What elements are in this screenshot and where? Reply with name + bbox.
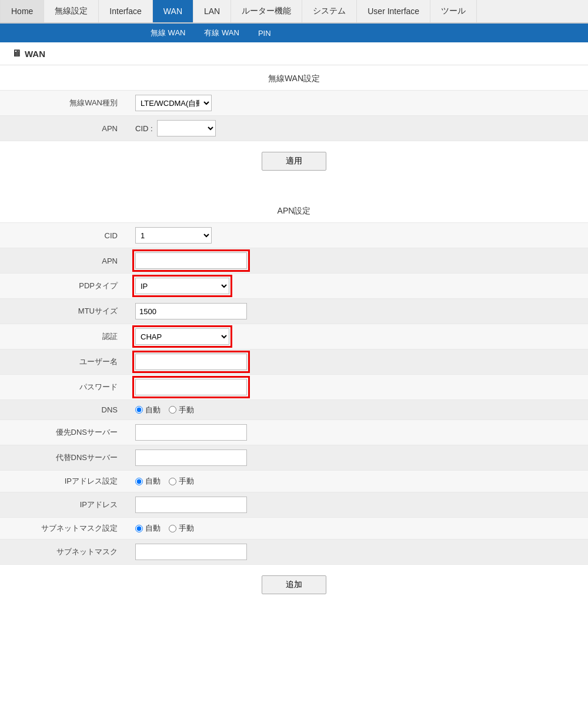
ip-manual-label[interactable]: 手動 [169, 476, 194, 487]
apn-ip-setting-value: 自動 手動 [129, 471, 588, 492]
apn-secondary-dns-value [129, 445, 588, 471]
apn-cid-select[interactable]: 1 [135, 227, 212, 244]
apn-mtu-label: MTUサイズ [0, 299, 129, 324]
apn-secondary-dns-label: 代替DNSサーバー [0, 445, 129, 471]
nav-home[interactable]: Home [0, 0, 44, 22]
nav-wireless[interactable]: 無線設定 [44, 0, 99, 22]
nav-tools[interactable]: ツール [430, 0, 477, 22]
dns-auto-text: 自動 [145, 405, 161, 415]
section2-title: APN設定 [0, 198, 588, 222]
nav-system[interactable]: システム [302, 0, 357, 22]
subnet-manual-text: 手動 [179, 523, 194, 534]
apn-secondary-dns-input[interactable] [135, 449, 247, 466]
apn-pdp-label: PDPタイプ [0, 274, 129, 299]
apn-mtu-value [129, 299, 588, 324]
apn-apn-input[interactable] [135, 252, 247, 269]
apply-button[interactable]: 適用 [262, 152, 326, 171]
subnet-manual-label[interactable]: 手動 [169, 523, 194, 534]
apn-secondary-dns-row: 代替DNSサーバー [0, 445, 588, 471]
section1-title: 無線WAN設定 [0, 65, 588, 90]
wan-type-select[interactable]: LTE/WCDMA(自動) [135, 95, 212, 111]
apn-auth-label: 認証 [0, 324, 129, 349]
ip-manual-radio[interactable] [169, 478, 176, 485]
monitor-icon: 🖥 [12, 48, 21, 59]
apn-mtu-row: MTUサイズ [0, 299, 588, 324]
dns-radio-group: 自動 手動 [135, 405, 582, 415]
apn-apn-label: APN [0, 248, 129, 274]
page-header: 🖥 WAN [0, 42, 588, 65]
cid-text: CID : [135, 124, 153, 133]
apn-auth-select[interactable]: CHAP [135, 328, 229, 345]
dns-auto-radio[interactable] [135, 406, 143, 414]
top-nav: Home 無線設定 Interface WAN LAN ルーター機能 システム … [0, 0, 588, 24]
apn-subnet-input[interactable] [135, 544, 247, 560]
wan-settings-table: 無線WAN種別 LTE/WCDMA(自動) APN CID : [0, 90, 588, 141]
ip-auto-label[interactable]: 自動 [135, 476, 161, 487]
ip-manual-text: 手動 [179, 476, 194, 487]
apn-ip-setting-row: IPアドレス設定 自動 手動 [0, 471, 588, 492]
apn-ip-row: IPアドレス [0, 492, 588, 518]
wan-cid-select[interactable] [157, 120, 216, 136]
apn-subnet-setting-label: サブネットマスク設定 [0, 518, 129, 540]
subnet-auto-text: 自動 [145, 523, 161, 534]
subnet-auto-label[interactable]: 自動 [135, 523, 161, 534]
apn-cid-value: 1 [129, 223, 588, 248]
subnav-wired-wan[interactable]: 有線 WAN [195, 24, 248, 42]
apn-ip-label: IPアドレス [0, 492, 129, 518]
apn-primary-dns-value [129, 420, 588, 445]
apn-subnet-label: サブネットマスク [0, 540, 129, 565]
apn-cid-label: CID [0, 223, 129, 248]
content-area: 無線WAN設定 無線WAN種別 LTE/WCDMA(自動) APN CID : … [0, 65, 588, 630]
nav-interface[interactable]: Interface [99, 0, 152, 22]
nav-user-interface[interactable]: User Interface [357, 0, 430, 22]
apn-subnet-value [129, 540, 588, 565]
sub-nav: 無線 WAN 有線 WAN PIN [0, 24, 588, 42]
add-button-area: 追加 [0, 565, 588, 612]
dns-manual-label[interactable]: 手動 [169, 405, 194, 415]
apn-username-input[interactable] [135, 354, 247, 370]
apn-primary-dns-input[interactable] [135, 424, 247, 441]
dns-auto-label[interactable]: 自動 [135, 405, 161, 415]
apn-ip-setting-label: IPアドレス設定 [0, 471, 129, 492]
wan-apn-row: APN CID : [0, 116, 588, 141]
apn-subnet-setting-value: 自動 手動 [129, 518, 588, 540]
apn-auth-value: CHAP [129, 324, 588, 349]
apn-cid-row: CID 1 [0, 223, 588, 248]
apn-pdp-select[interactable]: IP [135, 278, 229, 294]
add-button[interactable]: 追加 [262, 575, 326, 594]
apn-dns-value: 自動 手動 [129, 400, 588, 420]
subnet-auto-radio[interactable] [135, 525, 143, 532]
apn-password-label: パスワード [0, 375, 129, 400]
nav-router[interactable]: ルーター機能 [231, 0, 302, 22]
apn-subnet-setting-row: サブネットマスク設定 自動 手動 [0, 518, 588, 540]
apn-ip-input[interactable] [135, 497, 247, 513]
apn-settings-table: CID 1 APN PDPタイプ IP MTUサイズ [0, 222, 588, 565]
ip-auto-text: 自動 [145, 476, 161, 487]
wan-type-row: 無線WAN種別 LTE/WCDMA(自動) [0, 91, 588, 116]
subnav-pin[interactable]: PIN [249, 24, 280, 42]
apn-dns-label: DNS [0, 400, 129, 420]
apn-apn-value [129, 248, 588, 274]
apn-subnet-row: サブネットマスク [0, 540, 588, 565]
subnet-manual-radio[interactable] [169, 525, 176, 532]
apn-primary-dns-label: 優先DNSサーバー [0, 420, 129, 445]
apn-password-value [129, 375, 588, 400]
apn-mtu-input[interactable] [135, 303, 247, 319]
ip-setting-radio-group: 自動 手動 [135, 476, 582, 487]
subnav-wireless-wan[interactable]: 無線 WAN [141, 24, 195, 42]
page-title: WAN [25, 49, 45, 59]
nav-wan[interactable]: WAN [153, 0, 193, 22]
dns-manual-radio[interactable] [169, 406, 176, 414]
apn-username-row: ユーザー名 [0, 349, 588, 375]
apn-pdp-value: IP [129, 274, 588, 299]
ip-auto-radio[interactable] [135, 478, 143, 485]
apn-pdp-row: PDPタイプ IP [0, 274, 588, 299]
wan-apn-value: CID : [129, 116, 588, 141]
wan-type-value: LTE/WCDMA(自動) [129, 91, 588, 116]
dns-manual-text: 手動 [179, 405, 194, 415]
apn-password-row: パスワード [0, 375, 588, 400]
wan-apn-label: APN [0, 116, 129, 141]
apn-primary-dns-row: 優先DNSサーバー [0, 420, 588, 445]
nav-lan[interactable]: LAN [193, 0, 231, 22]
apn-password-input[interactable] [135, 379, 247, 395]
